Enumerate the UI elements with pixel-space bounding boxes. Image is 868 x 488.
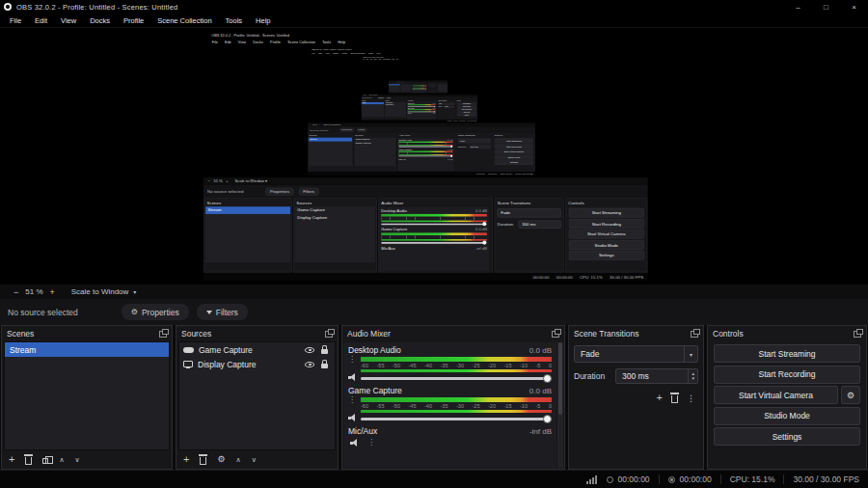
add-transition-button[interactable]: +	[657, 393, 663, 403]
virtual-camera-config-button[interactable]: ⚙	[841, 386, 860, 404]
volume-slider[interactable]	[361, 377, 552, 380]
dock-popout-icon[interactable]	[159, 331, 167, 338]
volume-slider-handle[interactable]	[543, 374, 552, 383]
mixer-options-icon[interactable]: ⋮	[367, 439, 550, 447]
menu-item-edit[interactable]: Edit	[28, 16, 54, 25]
add-source-button[interactable]: +	[183, 454, 189, 465]
visibility-eye-icon[interactable]	[305, 347, 314, 353]
meter-scale: -60-55-50-45-40-35-30-25-20-15-10-50	[361, 402, 552, 410]
settings-button[interactable]: Settings	[714, 427, 860, 446]
speaker-icon[interactable]	[348, 373, 357, 381]
menu-item-help[interactable]: Help	[249, 16, 277, 25]
captured-obs-window: OBS 32.0.2 - Profile: Untitled - Scenes:…	[308, 48, 535, 176]
spin-down-icon[interactable]: ▾	[692, 376, 694, 381]
dock-popout-icon[interactable]	[325, 331, 333, 338]
studio-mode-button[interactable]: Studio Mode	[714, 407, 860, 425]
remove-transition-button[interactable]	[671, 393, 678, 403]
volume-slider-handle[interactable]	[543, 415, 552, 423]
dock-controls: Controls Start Streaming Start Recording…	[707, 325, 867, 470]
mixer-channel-name: Desktop Audio	[348, 345, 401, 355]
monitor-icon	[183, 361, 193, 367]
source-move-down-button[interactable]: ∨	[252, 456, 257, 463]
preview-zoom-bar: − 51 % + Scale to Window ▾	[0, 285, 868, 299]
controls-buttons: Start Streaming Start Recording Start Vi…	[708, 341, 866, 451]
dock-scenes: Scenes Stream + ∧ ∨	[1, 325, 173, 470]
minimize-button[interactable]: –	[784, 0, 812, 14]
scenes-list: Stream	[4, 341, 170, 450]
remove-source-button[interactable]	[200, 455, 206, 465]
stream-time-group: 00:00:00	[607, 474, 650, 484]
menu-item-tools[interactable]: Tools	[219, 16, 250, 25]
duration-spinbox[interactable]: 300 ms ▴ ▾	[615, 368, 698, 384]
captured-obs-window: OBS 32.0.2 - Profile: Untitled - Scenes:…	[389, 61, 448, 95]
separator	[659, 474, 660, 484]
zoom-in-button[interactable]: +	[45, 287, 60, 297]
speaker-icon[interactable]	[348, 414, 357, 421]
transition-options-button[interactable]: ⋮	[687, 393, 695, 403]
source-move-up-button[interactable]: ∧	[236, 456, 241, 463]
maximize-button[interactable]: □	[812, 0, 840, 14]
mixer-options-icon[interactable]: ⋮	[348, 356, 356, 371]
zoom-level: 51 %	[23, 287, 44, 296]
dock-popout-icon[interactable]	[854, 331, 861, 338]
filter-icon	[206, 311, 212, 314]
transition-selected-value: Fade	[581, 349, 599, 359]
trash-icon	[25, 457, 32, 465]
recording-timecode: 00:00:00	[680, 474, 712, 484]
close-button[interactable]: ×	[840, 0, 868, 14]
separator	[720, 474, 721, 484]
transitions-dock-title: Scene Transitions	[574, 329, 639, 339]
properties-button[interactable]: ⚙ Properties	[122, 304, 189, 320]
lock-icon[interactable]	[321, 364, 328, 368]
duration-value: 300 ms	[622, 371, 649, 381]
start-streaming-button[interactable]: Start Streaming	[714, 344, 860, 363]
filters-button[interactable]: Filters	[197, 304, 248, 320]
obs-studio-window: OBS 32.0.2 - Profile: Untitled - Scenes:…	[0, 0, 868, 488]
mixer-channel-game-capture: Game Capture 0.0 dB ⋮ -60-55-50-45-40-35…	[346, 385, 554, 423]
volume-meter-secondary	[361, 410, 552, 413]
captured-obs-window: OBS 32.0.2 - Profile: Untitled - Scenes:…	[203, 32, 648, 281]
source-row-game-capture[interactable]: Game Capture	[179, 342, 335, 357]
mixer-scrollbar[interactable]	[557, 342, 563, 468]
gamepad-icon	[183, 347, 194, 353]
spinbox-arrows: ▴ ▾	[688, 369, 697, 383]
duration-label: Duration	[574, 371, 605, 381]
sources-toolbar: + ⚙ ∧ ∨	[176, 450, 338, 469]
mixer-dock-header: Audio Mixer	[342, 326, 564, 341]
dock-popout-icon[interactable]	[691, 331, 698, 338]
scene-move-down-button[interactable]: ∨	[75, 456, 80, 463]
menu-item-file[interactable]: File	[3, 16, 28, 25]
trash-icon	[671, 395, 678, 403]
scale-mode-dropdown[interactable]: Scale to Window ▾	[71, 287, 137, 296]
zoom-out-button[interactable]: −	[9, 287, 23, 297]
lock-icon[interactable]	[321, 349, 328, 354]
volume-slider[interactable]	[361, 418, 552, 420]
menu-item-docks[interactable]: Docks	[83, 16, 117, 25]
menu-item-scene-collection[interactable]: Scene Collection	[150, 16, 218, 25]
speaker-icon[interactable]	[350, 439, 359, 447]
mixer-options-icon[interactable]: ⋮	[348, 396, 356, 412]
preview-canvas[interactable]: OBS 32.0.2 - Profile: Untitled - Scenes:…	[0, 28, 868, 285]
scrollbar-thumb[interactable]	[558, 342, 562, 415]
menu-item-view[interactable]: View	[54, 16, 83, 25]
source-properties-button[interactable]: ⚙	[217, 455, 225, 464]
scene-row-stream[interactable]: Stream	[5, 342, 169, 357]
transition-select[interactable]: Fade ▾	[574, 345, 698, 363]
volume-meter-secondary	[361, 369, 552, 372]
source-row-display-capture[interactable]: Display Capture	[179, 357, 335, 371]
start-recording-button[interactable]: Start Recording	[714, 366, 860, 384]
scenes-dock-header: Scenes	[2, 326, 172, 341]
start-virtual-camera-button[interactable]: Start Virtual Camera	[714, 386, 838, 404]
visibility-eye-icon[interactable]	[305, 362, 314, 367]
dock-popout-icon[interactable]	[552, 331, 559, 338]
add-scene-button[interactable]: +	[9, 454, 14, 465]
duplicate-scene-button[interactable]	[42, 456, 48, 464]
mixer-channel-db: 0.0 dB	[529, 387, 552, 395]
trash-icon	[200, 457, 206, 465]
controls-dock-header: Controls	[708, 326, 866, 341]
mixer-dock-title: Audio Mixer	[347, 329, 391, 339]
remove-scene-button[interactable]	[25, 455, 32, 465]
scenes-toolbar: + ∧ ∨	[2, 450, 172, 469]
menu-item-profile[interactable]: Profile	[117, 16, 150, 25]
scene-move-up-button[interactable]: ∧	[59, 456, 64, 463]
